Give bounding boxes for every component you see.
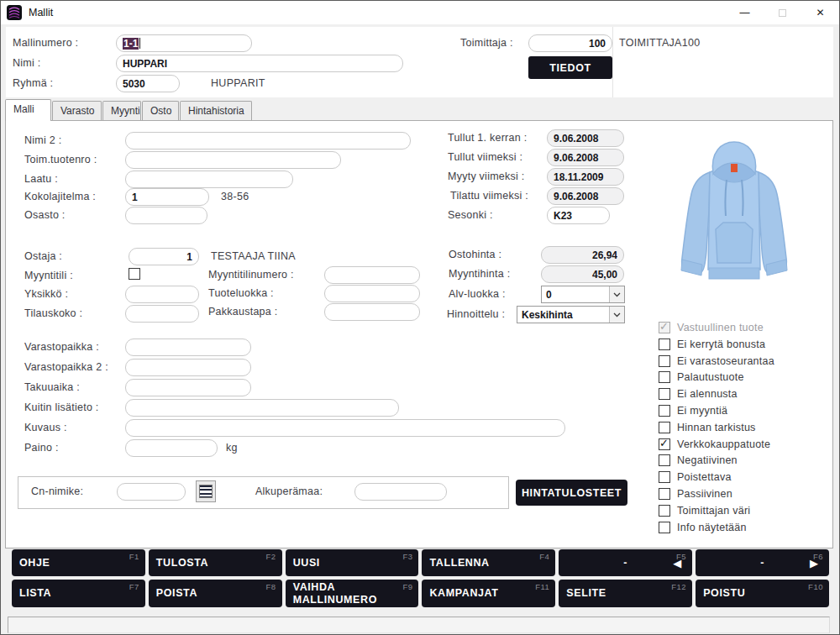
myyntitilinumero-input[interactable] <box>324 266 420 284</box>
uusi-button[interactable]: UUSI F3 <box>286 549 419 576</box>
minimize-button[interactable]: — <box>726 1 764 24</box>
myyty-viimeksi-field[interactable] <box>547 168 624 186</box>
tiedot-button[interactable]: TIEDOT <box>528 56 612 79</box>
chevron-down-icon[interactable] <box>609 286 624 302</box>
pakkaustapa-input[interactable] <box>324 303 420 321</box>
list-icon <box>199 485 213 498</box>
info-naytetaan-checkbox[interactable] <box>659 522 670 533</box>
toimittaja-input[interactable] <box>528 34 612 52</box>
checkbox-row-poistettava[interactable]: Poistettava <box>659 470 732 484</box>
palautustuote-checkbox[interactable] <box>659 371 670 383</box>
lista-button[interactable]: LISTA F7 <box>12 580 145 607</box>
alv-luokka-select[interactable]: 0 <box>541 286 625 303</box>
kokolajitelma-input[interactable] <box>125 188 209 206</box>
tullut-viimeksi-label: Tullut viimeksi : <box>448 149 522 166</box>
varastopaikka-label: Varastopaikka : <box>24 338 99 356</box>
osasto-input[interactable] <box>125 207 207 224</box>
kuvaus-label: Kuvaus : <box>24 419 67 437</box>
ei-varastoseurantaa-checkbox[interactable] <box>659 355 670 367</box>
tab-malli[interactable]: Malli <box>5 99 51 121</box>
checkbox-row-palautustuote[interactable]: Palautustuote <box>659 370 744 384</box>
yksikko-input[interactable] <box>125 286 199 303</box>
checkbox-row-info-naytetaan[interactable]: Info näytetään <box>659 521 747 534</box>
cn-lookup-button[interactable] <box>196 480 216 502</box>
tulosta-button[interactable]: TULOSTA F2 <box>149 549 282 576</box>
kampanjat-button[interactable]: KAMPANJAT F11 <box>422 580 555 607</box>
toim-tuotenro-input[interactable] <box>125 151 341 169</box>
checkbox-row-verkkokauppatuote[interactable]: Verkkokauppatuote <box>659 438 770 451</box>
chevron-down-icon[interactable] <box>609 307 624 323</box>
poista-button[interactable]: POISTA F8 <box>149 580 282 607</box>
laatu-input[interactable] <box>125 171 293 188</box>
hintatulosteet-button[interactable]: HINTATULOSTEET <box>516 480 627 506</box>
tilattu-viimeksi-field[interactable] <box>547 187 624 205</box>
toim-tuotenro-label: Toim.tuotenro : <box>24 151 97 169</box>
maximize-icon <box>779 9 786 17</box>
nimi2-input[interactable] <box>125 132 411 150</box>
checkbox-row-hinnan-tarkistus[interactable]: Hinnan tarkistus <box>659 421 756 434</box>
passiivinen-checkbox[interactable] <box>659 488 670 500</box>
tallenna-button[interactable]: TALLENNA F4 <box>422 549 555 576</box>
tab-myynti[interactable]: Myynti <box>102 101 141 120</box>
alkuperamaa-input[interactable] <box>354 483 447 501</box>
checkbox-row-vastuullinen-tuote: Vastuullinen tuote <box>659 321 764 334</box>
close-button[interactable]: ✕ <box>801 1 839 24</box>
poistu-button[interactable]: POISTU F10 <box>696 580 829 607</box>
app-logo-icon <box>7 5 22 20</box>
varastopaikka-input[interactable] <box>125 338 251 356</box>
mallinumero-input[interactable]: 1-1 <box>116 34 252 52</box>
alkuperamaa-label: Alkuperämaa: <box>255 483 323 501</box>
hinnan-tarkistus-checkbox[interactable] <box>659 422 670 433</box>
varastopaikka2-input[interactable] <box>125 359 251 376</box>
checkbox-row-ei-varastoseurantaa[interactable]: Ei varastoseurantaa <box>659 354 774 368</box>
maximize-button <box>764 1 801 24</box>
checkbox-row-ei-myyntia[interactable]: Ei myyntiä <box>659 404 727 417</box>
status-bar <box>8 617 830 633</box>
tullut-viimeksi-field[interactable] <box>547 149 624 166</box>
ei-kerryta-bonusta-checkbox[interactable] <box>659 338 670 350</box>
ryhma-name: HUPPARIT <box>211 75 265 92</box>
next-button[interactable]: - ▶ F6 <box>696 549 829 576</box>
vaihda-mallinumero-button[interactable]: VAIHDA MALLINUMERO F9 <box>286 580 419 607</box>
verkkokauppatuote-checkbox[interactable] <box>659 438 670 450</box>
takuuaika-input[interactable] <box>125 379 251 396</box>
hinnoittelu-select[interactable]: Keskihinta <box>517 306 625 323</box>
checkbox-row-passiivinen[interactable]: Passiivinen <box>659 487 732 501</box>
negatiivinen-checkbox[interactable] <box>659 454 670 466</box>
ostaja-input[interactable] <box>129 248 199 265</box>
yksikko-label: Yksikkö : <box>24 286 68 303</box>
selite-button[interactable]: SELITE F12 <box>559 580 692 607</box>
tilauskoko-input[interactable] <box>125 305 199 323</box>
alv-luokka-label: Alv-luokka : <box>449 286 506 303</box>
sesonki-input[interactable] <box>547 207 610 224</box>
checkbox-row-ei-alennusta[interactable]: Ei alennusta <box>659 387 738 401</box>
myyntihinta-field[interactable] <box>541 265 624 283</box>
ryhma-label: Ryhmä : <box>13 75 53 92</box>
toimittaja-name: TOIMITTAJA100 <box>619 34 701 52</box>
checkbox-row-ei-kerryta-bonusta[interactable]: Ei kerrytä bonusta <box>659 338 765 351</box>
tab-osto[interactable]: Osto <box>142 101 179 120</box>
ohje-button[interactable]: OHJE F1 <box>12 549 145 576</box>
myyntitili-checkbox[interactable] <box>129 268 140 280</box>
kuvaus-input[interactable] <box>125 419 565 437</box>
poistettava-checkbox[interactable] <box>659 471 670 483</box>
toimittajan-vari-checkbox[interactable] <box>659 505 670 517</box>
kuitin-lisatieto-input[interactable] <box>125 399 399 417</box>
alv-luokka-value: 0 <box>542 286 609 302</box>
tab-varasto[interactable]: Varasto <box>52 101 102 120</box>
ei-myyntia-checkbox[interactable] <box>659 405 670 417</box>
nimi-input[interactable] <box>116 55 403 72</box>
checkbox-row-negatiivinen[interactable]: Negatiivinen <box>659 454 738 467</box>
checkbox-row-toimittajan-vari[interactable]: Toimittajan väri <box>659 504 750 517</box>
tullut-ensin-field[interactable] <box>547 129 624 147</box>
paino-input[interactable] <box>125 439 218 457</box>
ryhma-input[interactable] <box>116 75 180 92</box>
ei-alennusta-checkbox[interactable] <box>659 388 670 400</box>
tuoteluokka-input[interactable] <box>324 285 420 302</box>
ostohinta-field[interactable] <box>541 246 624 264</box>
tab-hintahistoria[interactable]: Hintahistoria <box>180 101 252 120</box>
cn-nimike-input[interactable] <box>117 483 186 501</box>
myyty-viimeksi-label: Myyty viimeksi : <box>448 168 525 186</box>
previous-button[interactable]: - ◀ F5 <box>559 549 692 576</box>
mallinumero-selected-text: 1-1 <box>123 38 139 50</box>
